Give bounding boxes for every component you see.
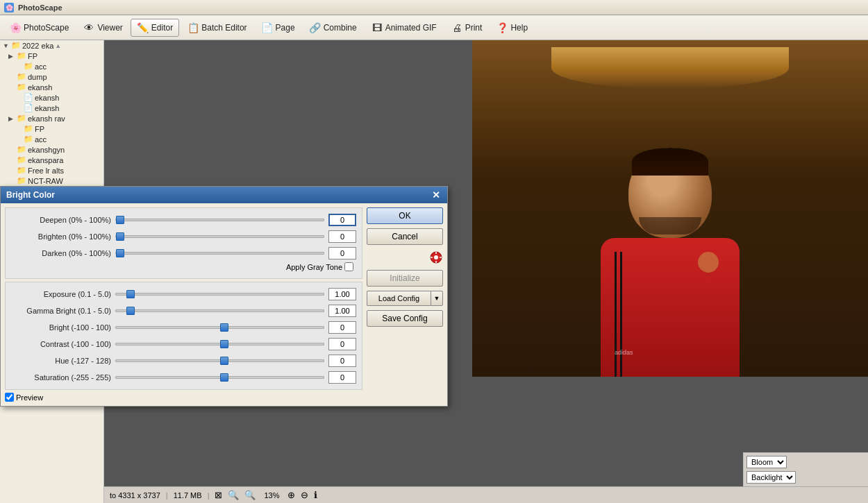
hue-thumb[interactable]	[220, 357, 228, 365]
apply-gray-tone-label[interactable]: Apply Gray Tone	[286, 262, 353, 271]
darken-row: Darken (0% - 100%)	[11, 247, 356, 259]
bright-value[interactable]	[328, 321, 356, 334]
deepen-row: Deepen (0% - 100%)	[11, 214, 356, 226]
contrast-value[interactable]	[328, 338, 356, 350]
bright-label: Bright (-100 - 100)	[11, 323, 115, 332]
darken-label: Darken (0% - 100%)	[11, 249, 115, 257]
load-config-arrow-button[interactable]: ▼	[431, 291, 443, 306]
gamma-bright-thumb[interactable]	[126, 307, 135, 315]
preview-row: Preview	[5, 393, 362, 402]
lower-sliders-section: Exposure (0.1 - 5.0) Gamma Bright (0.1 -…	[5, 282, 362, 390]
exposure-row: Exposure (0.1 - 5.0)	[11, 288, 356, 300]
apply-gray-tone-checkbox[interactable]	[344, 262, 353, 271]
saturation-value[interactable]	[328, 371, 356, 384]
bright-color-dialog: Bright Color ✕ Deepen (0% - 100%)	[0, 186, 448, 407]
darken-track[interactable]	[115, 252, 324, 255]
darken-value[interactable]	[328, 247, 356, 259]
settings-icon[interactable]	[429, 250, 443, 264]
saturation-thumb[interactable]	[220, 373, 228, 382]
hue-track[interactable]	[115, 359, 324, 362]
apply-gray-tone-text: Apply Gray Tone	[286, 263, 342, 271]
preview-checkbox[interactable]	[5, 393, 14, 402]
cancel-button[interactable]: Cancel	[367, 228, 443, 245]
deepen-label: Deepen (0% - 100%)	[11, 216, 115, 224]
dialog-close-button[interactable]: ✕	[431, 189, 442, 201]
ok-button[interactable]: OK	[367, 207, 443, 224]
bright-thumb[interactable]	[220, 323, 228, 332]
hue-row: Hue (-127 - 128)	[11, 355, 356, 367]
gamma-bright-track[interactable]	[115, 309, 324, 312]
save-config-button[interactable]: Save Config	[367, 310, 443, 327]
brighten-label: Brighten (0% - 100%)	[11, 232, 115, 241]
dialog-left-panel: Deepen (0% - 100%) Brighten (0% - 100%)	[5, 207, 362, 402]
brighten-thumb[interactable]	[116, 232, 124, 241]
contrast-thumb[interactable]	[220, 340, 228, 348]
exposure-label: Exposure (0.1 - 5.0)	[11, 290, 115, 298]
contrast-label: Contrast (-100 - 100)	[11, 340, 115, 348]
svg-point-1	[434, 255, 438, 259]
dialog-overlay: Bright Color ✕ Deepen (0% - 100%)	[0, 0, 868, 503]
contrast-row: Contrast (-100 - 100)	[11, 338, 356, 350]
darken-thumb[interactable]	[116, 249, 124, 257]
deepen-track[interactable]	[115, 219, 324, 221]
exposure-value[interactable]	[328, 288, 356, 300]
saturation-label: Saturation (-255 - 255)	[11, 373, 115, 382]
top-sliders-section: Deepen (0% - 100%) Brighten (0% - 100%)	[5, 207, 362, 279]
exposure-track[interactable]	[115, 293, 324, 296]
hue-label: Hue (-127 - 128)	[11, 357, 115, 365]
initialize-button[interactable]: Initialize	[367, 270, 443, 287]
load-config-group: Load Config ▼	[367, 291, 443, 306]
preview-label[interactable]: Preview	[5, 393, 43, 402]
dialog-title-text: Bright Color	[6, 190, 55, 200]
contrast-track[interactable]	[115, 343, 324, 346]
bright-row: Bright (-100 - 100)	[11, 321, 356, 334]
saturation-row: Saturation (-255 - 255)	[11, 371, 356, 384]
deepen-value[interactable]	[328, 214, 356, 226]
brighten-value[interactable]	[328, 230, 356, 243]
preview-text: Preview	[16, 393, 43, 402]
brighten-track[interactable]	[115, 235, 324, 238]
exposure-thumb[interactable]	[126, 290, 135, 298]
apply-gray-tone-row: Apply Gray Tone	[11, 261, 356, 273]
brighten-row: Brighten (0% - 100%)	[11, 230, 356, 243]
saturation-track[interactable]	[115, 376, 324, 379]
load-config-button[interactable]: Load Config	[367, 291, 431, 306]
hue-value[interactable]	[328, 355, 356, 367]
bright-track[interactable]	[115, 326, 324, 329]
gamma-bright-label: Gamma Bright (0.1 - 5.0)	[11, 307, 115, 315]
gamma-bright-value[interactable]	[328, 305, 356, 317]
deepen-thumb[interactable]	[116, 216, 124, 224]
dialog-body: Deepen (0% - 100%) Brighten (0% - 100%)	[1, 203, 447, 406]
gamma-bright-row: Gamma Bright (0.1 - 5.0)	[11, 305, 356, 317]
dialog-title-bar: Bright Color ✕	[1, 187, 447, 203]
dialog-right-panel: OK Cancel Initial	[367, 207, 443, 402]
